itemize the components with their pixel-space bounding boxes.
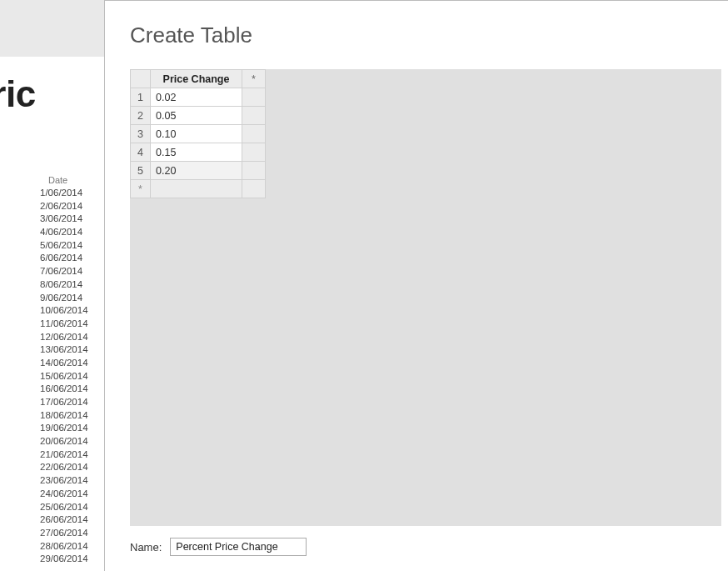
cell-price-change[interactable]: 0.02 <box>151 88 242 107</box>
cell-price-change[interactable]: 0.20 <box>151 162 242 180</box>
date-cell: 15/06/2014 <box>40 370 88 383</box>
row-number[interactable]: 3 <box>131 125 151 143</box>
date-cell: 12/06/2014 <box>40 331 88 344</box>
cell-price-change[interactable]: 0.10 <box>151 125 242 143</box>
date-cell: 19/06/2014 <box>40 422 88 435</box>
dialog-title: Create Table <box>130 23 252 48</box>
grid-corner-cell[interactable] <box>131 70 151 88</box>
date-cell: 26/06/2014 <box>40 513 88 527</box>
table-row[interactable]: 30.10 <box>131 125 266 143</box>
date-cell: 23/06/2014 <box>40 474 88 488</box>
date-cell: 28/06/2014 <box>40 540 88 553</box>
date-cell: 5/06/2014 <box>40 239 88 253</box>
add-column-cell[interactable] <box>242 162 266 180</box>
new-row-cell[interactable] <box>151 180 242 198</box>
date-cell: 22/06/2014 <box>40 461 88 474</box>
table-editor-area: Price Change * 10.0220.0530.1040.1550.20… <box>130 69 721 526</box>
date-cell: 14/06/2014 <box>40 357 88 370</box>
date-cell: 2/06/2014 <box>40 200 88 213</box>
date-cell: 18/06/2014 <box>40 409 88 423</box>
table-row[interactable]: 10.02 <box>131 88 266 107</box>
table-name-input[interactable] <box>170 538 307 556</box>
add-column-button[interactable]: * <box>242 70 266 88</box>
date-cell: 13/06/2014 <box>40 343 88 357</box>
date-cell: 24/06/2014 <box>40 488 88 501</box>
background-page-title: cenaric <box>0 73 36 115</box>
date-cell: 1/06/2014 <box>40 187 88 200</box>
date-cell: 27/06/2014 <box>40 527 88 540</box>
date-cell: 7/06/2014 <box>40 265 88 278</box>
date-cell: 25/06/2014 <box>40 501 88 514</box>
add-column-cell[interactable] <box>242 180 266 198</box>
create-table-dialog: Create Table Price Change * 10.0220.0530… <box>104 0 728 571</box>
background-date-column: Date 1/06/20142/06/20143/06/20144/06/201… <box>40 175 88 566</box>
date-cell: 17/06/2014 <box>40 396 88 409</box>
date-cell: 8/06/2014 <box>40 278 88 292</box>
new-table-grid[interactable]: Price Change * 10.0220.0530.1040.1550.20… <box>130 69 266 198</box>
date-cell: 9/06/2014 <box>40 292 88 305</box>
date-cell: 6/06/2014 <box>40 252 88 265</box>
date-cell: 16/06/2014 <box>40 383 88 396</box>
date-cell: 3/06/2014 <box>40 213 88 226</box>
date-cell: 11/06/2014 <box>40 318 88 331</box>
row-number[interactable]: 1 <box>131 88 151 107</box>
date-cell: 10/06/2014 <box>40 304 88 318</box>
table-row[interactable]: 40.15 <box>131 143 266 162</box>
name-label: Name: <box>130 541 162 553</box>
date-cell: 4/06/2014 <box>40 226 88 239</box>
add-column-cell[interactable] <box>242 107 266 125</box>
table-row[interactable]: 50.20 <box>131 162 266 180</box>
dialog-footer: Name: <box>130 538 307 556</box>
new-row[interactable]: * <box>131 180 266 198</box>
column-header-price-change[interactable]: Price Change <box>151 70 242 88</box>
row-number[interactable]: 2 <box>131 107 151 125</box>
date-cell: 21/06/2014 <box>40 448 88 462</box>
date-cell: 29/06/2014 <box>40 553 88 566</box>
table-row[interactable]: 20.05 <box>131 107 266 125</box>
cell-price-change[interactable]: 0.15 <box>151 143 242 162</box>
add-column-cell[interactable] <box>242 125 266 143</box>
date-column-header: Date <box>40 175 88 187</box>
new-row-indicator[interactable]: * <box>131 180 151 198</box>
cell-price-change[interactable]: 0.05 <box>151 107 242 125</box>
row-number[interactable]: 4 <box>131 143 151 162</box>
add-column-cell[interactable] <box>242 143 266 162</box>
add-column-cell[interactable] <box>242 88 266 107</box>
row-number[interactable]: 5 <box>131 162 151 180</box>
ribbon-background-area <box>0 0 104 57</box>
date-cell: 20/06/2014 <box>40 435 88 448</box>
